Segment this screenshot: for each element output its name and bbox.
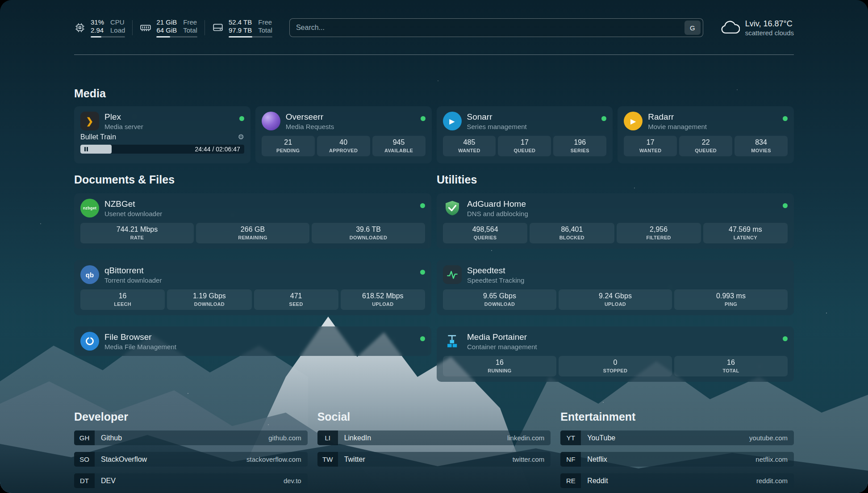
bookmark-url: github.com	[268, 430, 307, 445]
service-card-portainer[interactable]: Media Portainer Container management 16 …	[437, 326, 794, 382]
disk-resource: 52.4 TB 97.9 TB Free Total	[212, 18, 272, 38]
bookmark-url: linkedin.com	[507, 430, 551, 445]
memory-icon	[140, 22, 151, 33]
bookmark-url: twitter.com	[513, 452, 551, 467]
service-description: Media Requests	[286, 123, 334, 130]
service-card-qbittorrent[interactable]: qb qBittorrent Torrent downloader 16 LEE…	[74, 260, 431, 315]
service-description: Speedtest Tracking	[467, 276, 524, 284]
stat-upload: 618.52 Mbps UPLOAD	[341, 289, 425, 310]
nzbget-glyph: nzbget	[83, 206, 96, 210]
bookmark-netflix[interactable]: NF Netflix netflix.com	[560, 452, 794, 467]
service-card-radarr[interactable]: ▶ Radarr Movie management 17 WANTED 22 Q…	[618, 106, 794, 163]
status-dot	[783, 336, 788, 341]
cpu-label: CPU	[110, 18, 125, 26]
bookmark-url: netflix.com	[755, 452, 794, 467]
cpu-percent: 31%	[91, 18, 104, 26]
bookmark-github[interactable]: GH Github github.com	[74, 430, 308, 445]
disk-free: 52.4 TB	[229, 18, 252, 26]
status-dot	[420, 270, 425, 275]
bookmark-abbr: RE	[560, 473, 581, 488]
bookmark-name: Twitter	[338, 452, 365, 467]
memory-free: 21 GiB	[156, 18, 177, 26]
service-card-overseerr[interactable]: Overseerr Media Requests 21 PENDING 40 A…	[255, 106, 432, 163]
bookmark-name: Reddit	[581, 473, 608, 488]
stat-approved: 40 APPROVED	[317, 136, 370, 156]
adguard-icon	[443, 199, 462, 217]
topbar: 31% 2.94 CPU Load	[74, 18, 794, 38]
service-name: NZBGet	[104, 199, 162, 209]
cpu-resource: 31% 2.94 CPU Load	[74, 18, 125, 38]
stat-pending: 21 PENDING	[262, 136, 315, 156]
bookmark-stackoverflow[interactable]: SO StackOverflow stackoverflow.com	[74, 452, 308, 467]
service-card-speedtest[interactable]: Speedtest Speedtest Tracking 9.65 Gbps D…	[437, 260, 794, 315]
status-dot	[420, 203, 425, 208]
cpu-icon	[74, 22, 86, 33]
weather-condition: scattered clouds	[745, 29, 794, 37]
bookmark-reddit[interactable]: RE Reddit reddit.com	[560, 473, 794, 488]
bookmark-abbr: GH	[74, 430, 95, 445]
section-title-developer: Developer	[74, 410, 308, 423]
shield-check-glyph	[446, 201, 459, 216]
bookmark-youtube[interactable]: YT YouTube youtube.com	[560, 430, 794, 445]
nzbget-icon: nzbget	[80, 199, 99, 217]
status-dot	[420, 336, 425, 341]
disk-bar-fill	[229, 36, 252, 38]
stat-download: 9.65 Gbps DOWNLOAD	[443, 289, 556, 310]
search-provider-button[interactable]: G	[684, 21, 701, 35]
bookmark-name: Github	[95, 430, 122, 445]
media-grid: ❯ Plex Media server Bullet Train ⚙ 24:44…	[74, 106, 794, 163]
stat-rate: 744.21 Mbps RATE	[80, 223, 194, 243]
cpu-bar-fill	[91, 36, 101, 38]
service-description: Torrent downloader	[104, 276, 162, 284]
snow-specks	[0, 0, 1, 1]
stat-available: 945 AVAILABLE	[372, 136, 426, 156]
service-description: Movie management	[648, 123, 707, 130]
memory-total-label: Total	[183, 26, 197, 34]
status-dot	[783, 203, 788, 208]
section-title-documents: Documents & Files	[74, 173, 431, 186]
service-description: Container management	[467, 343, 537, 351]
status-dot	[421, 116, 426, 121]
service-card-plex[interactable]: ❯ Plex Media server Bullet Train ⚙ 24:44…	[74, 106, 250, 163]
stat-movies: 834 MOVIES	[734, 136, 788, 156]
bookmark-linkedin[interactable]: LI LinkedIn linkedin.com	[317, 430, 551, 445]
stat-stopped: 0 STOPPED	[559, 356, 672, 376]
search-input[interactable]	[296, 24, 684, 32]
stat-downloaded: 39.6 TB DOWNLOADED	[312, 223, 425, 243]
service-card-nzbget[interactable]: nzbget NZBGet Usenet downloader 744.21 M…	[74, 193, 431, 249]
service-name: Sonarr	[467, 112, 527, 122]
overseerr-icon	[262, 112, 280, 130]
disk-total-label: Total	[258, 26, 272, 34]
stat-queries: 498,564 QUERIES	[443, 223, 527, 243]
stat-queued: 22 QUEUED	[679, 136, 732, 156]
section-title-media: Media	[74, 87, 794, 100]
service-card-adguard[interactable]: AdGuard Home DNS and adblocking 498,564 …	[437, 193, 794, 249]
bookmark-abbr: DT	[74, 473, 95, 488]
bookmark-abbr: LI	[317, 430, 338, 445]
bookmark-group-developer: Developer GH Github github.com SO StackO…	[74, 410, 308, 488]
status-dot	[601, 116, 606, 121]
stat-remaining: 266 GB REMAINING	[196, 223, 309, 243]
service-name: Media Portainer	[467, 332, 537, 342]
stat-upload: 9.24 Gbps UPLOAD	[559, 289, 672, 310]
stat-ping: 0.993 ms PING	[674, 289, 788, 310]
service-name: Radarr	[648, 112, 707, 122]
gear-icon[interactable]: ⚙	[238, 134, 244, 141]
service-card-sonarr[interactable]: ▶ Sonarr Series management 485 WANTED 17…	[437, 106, 613, 163]
weather-widget: Lviv, 16.87°C scattered clouds	[720, 19, 794, 37]
cpu-load: 2.94	[91, 26, 104, 34]
topbar-separator	[204, 20, 205, 35]
topbar-separator	[132, 20, 133, 35]
playback-progress-bar[interactable]: 24:44 / 02:06:47	[80, 145, 244, 154]
now-playing-title: Bullet Train	[80, 133, 116, 141]
radarr-glyph: ▶	[630, 117, 636, 125]
bookmark-url: youtube.com	[749, 430, 794, 445]
utilities-column: Utilities	[437, 173, 794, 382]
bookmark-twitter[interactable]: TW Twitter twitter.com	[317, 452, 551, 467]
bookmark-url: stackoverflow.com	[246, 452, 308, 467]
qbittorrent-glyph: qb	[86, 271, 94, 279]
service-description: Series management	[467, 123, 527, 130]
service-card-filebrowser[interactable]: File Browser Media File Management	[74, 326, 431, 356]
bookmark-dev[interactable]: DT DEV dev.to	[74, 473, 308, 488]
pause-icon[interactable]	[84, 147, 88, 151]
